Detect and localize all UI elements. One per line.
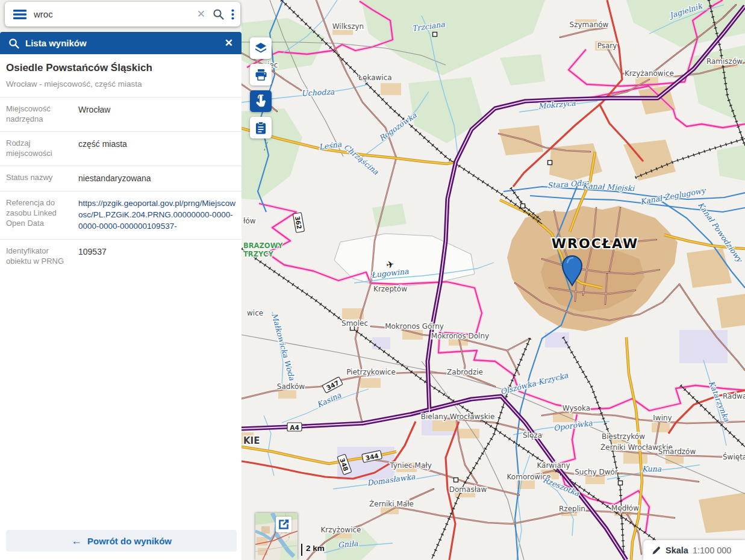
map-label: Mokronos Dolny — [431, 332, 489, 340]
field-label: Miejscowość nadrzędna — [6, 104, 75, 125]
map-label: Kuna — [642, 464, 662, 473]
svg-text:A4: A4 — [290, 424, 299, 431]
field-value: część miasta — [75, 138, 235, 159]
scale-label: Skala — [666, 546, 688, 555]
more-options-icon[interactable] — [231, 9, 234, 20]
map-label: Radwanice — [723, 392, 745, 400]
map-label: wice — [247, 309, 263, 317]
map-label: Bielany Wrocławskie — [421, 412, 495, 421]
search-bar: ✕ — [5, 2, 240, 26]
map-label: Krzyżowice — [321, 526, 361, 534]
map-label: Krzyżanowice — [625, 69, 674, 78]
map-label: Ramiszów — [706, 57, 743, 66]
back-to-results-label: Powrót do wyników — [87, 536, 172, 546]
result-subtitle: Wrocław - miejscowość, część miasta — [6, 79, 234, 89]
result-title: Osiedle Powstańców Śląskich — [6, 62, 234, 74]
map-label: Krzeptów — [373, 285, 407, 293]
field-label: Status nazwy — [6, 173, 75, 185]
map-label: Karwiany — [537, 461, 570, 470]
touch-select-button[interactable] — [250, 90, 272, 112]
close-results-icon[interactable]: ✕ — [225, 37, 233, 49]
map-label: Tyniec Mały — [389, 461, 432, 470]
map-label: Smardzów — [658, 447, 696, 456]
layers-icon — [254, 42, 267, 55]
map-label: Wilkszyn — [332, 22, 364, 31]
map-label: Psary — [597, 42, 617, 50]
field-label: Rodzaj miejscowości — [6, 138, 75, 159]
back-arrow-icon: ← — [71, 535, 82, 546]
map-label: Sadków — [277, 382, 305, 391]
field-label: Referencja do zasobu Linked Open Data — [6, 198, 75, 232]
back-to-results-button[interactable]: ← Powrót do wyników — [6, 530, 237, 552]
menu-icon[interactable] — [13, 10, 26, 19]
scalebar-tick — [301, 544, 302, 556]
map-toolbar — [250, 37, 272, 138]
map-label: Mędłów — [611, 504, 639, 512]
field-label: Identyfikator obiektu w PRNG — [6, 246, 75, 267]
field-value: Wrocław — [75, 104, 235, 125]
scale-control[interactable]: Skala 1:100 000 — [643, 540, 745, 560]
map-label: Pietrzykowice — [346, 368, 396, 376]
detail-row: Identyfikator obiektu w PRNG 109537 — [0, 239, 242, 273]
linked-open-data-url[interactable]: https://pzgik.geoportal.gov.pl/prng/Miej… — [75, 198, 235, 232]
map-label: Zabrodzie — [447, 368, 483, 376]
results-panel-title: Lista wyników — [25, 38, 219, 48]
clipboard-icon — [255, 122, 266, 134]
map-label: Ślęza — [523, 431, 542, 440]
search-icon[interactable] — [213, 8, 224, 20]
detail-row: Status nazwy niestandaryzowana — [0, 166, 242, 191]
expand-icon — [278, 518, 290, 530]
map-label: TRZYCY — [243, 250, 273, 258]
map-label: Iwiny — [653, 414, 672, 422]
road-number-badge: A4 — [287, 423, 302, 431]
map-label: Gniła — [337, 539, 358, 550]
print-button[interactable] — [250, 64, 272, 86]
map-label: Wysoka — [563, 404, 590, 412]
map-label: Szymanów — [570, 20, 609, 29]
layers-button[interactable] — [250, 37, 272, 59]
detail-row: Rodzaj miejscowości część miasta — [0, 131, 242, 166]
field-value: 109537 — [75, 246, 235, 267]
map-label: Żerniki Małe — [369, 499, 414, 508]
minimap-expand-button[interactable] — [276, 517, 291, 532]
search-input[interactable] — [34, 9, 190, 19]
map-label: Domasław — [449, 485, 487, 494]
results-panel-header: Lista wyników ✕ — [0, 32, 242, 54]
detail-row: Miejscowość nadrzędna Wrocław — [0, 97, 242, 131]
field-value: niestandaryzowana — [75, 173, 235, 185]
map-label: Łękawica — [358, 73, 391, 82]
clear-search-icon[interactable]: ✕ — [197, 9, 205, 19]
edit-scale-pencil-icon — [652, 546, 661, 555]
touch-pointer-icon — [255, 95, 267, 108]
map-label: Suchy Dwór — [575, 468, 618, 476]
printer-icon — [255, 69, 267, 81]
results-panel-body: Osiedle Powstańców Śląskich Wrocław - mi… — [0, 54, 242, 560]
detail-row: Referencja do zasobu Linked Open Data ht… — [0, 191, 242, 239]
map-label: Rzeplin — [559, 505, 585, 513]
results-search-icon — [8, 38, 19, 49]
map-scalebar: 2 km — [301, 544, 325, 556]
map-label: WROCŁAW — [552, 236, 639, 251]
map-label: KIE — [243, 435, 260, 446]
map-label: Mokronos Górny — [385, 322, 444, 331]
map-label: łów — [243, 217, 256, 225]
map-label: Smolec — [341, 319, 368, 328]
map-label: Święta Katarzyna — [723, 452, 745, 461]
map-label: Uchodza — [301, 87, 335, 98]
map-label: Biestrzyków — [602, 432, 645, 441]
scalebar-label: 2 km — [306, 544, 325, 553]
clipboard-button[interactable] — [250, 117, 272, 138]
scale-value: 1:100 000 — [693, 546, 732, 555]
map-label: BRAZOWY — [243, 241, 283, 250]
